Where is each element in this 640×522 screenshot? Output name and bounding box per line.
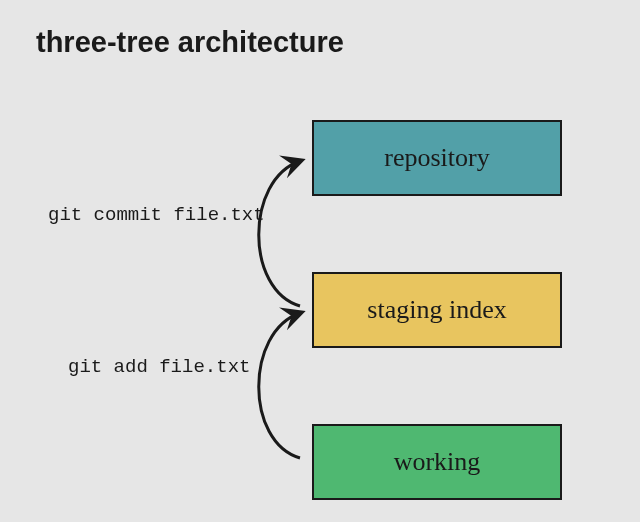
repository-label: repository <box>384 143 489 173</box>
working-box: working <box>312 424 562 500</box>
working-label: working <box>394 447 481 477</box>
diagram-title: three-tree architecture <box>36 26 344 59</box>
arrow-working-to-staging <box>259 313 300 458</box>
staging-box: staging index <box>312 272 562 348</box>
staging-label: staging index <box>367 295 506 325</box>
repository-box: repository <box>312 120 562 196</box>
commit-command: git commit file.txt <box>48 204 265 226</box>
arrow-staging-to-repository <box>259 161 300 306</box>
add-command: git add file.txt <box>68 356 250 378</box>
